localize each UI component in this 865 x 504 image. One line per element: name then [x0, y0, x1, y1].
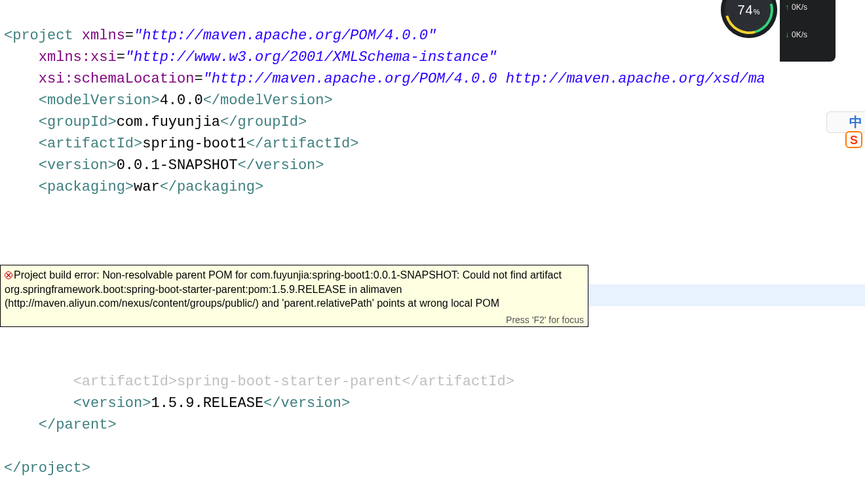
val-parent-version: 1.5.9.RELEASE: [151, 395, 263, 412]
val-version: 0.0.1-SNAPSHOT: [117, 157, 238, 174]
tooltip-hint: Press 'F2' for focus: [5, 315, 584, 325]
tag-artifactid: artifactId: [47, 136, 134, 152]
network-monitor-widget[interactable]: 74% ↑0K/s ↓0K/s: [721, 0, 836, 24]
val-artifactid: spring-boot1: [142, 136, 246, 152]
tag-modelversion: modelVersion: [47, 92, 151, 109]
attr-xmlns: xmlns: [82, 28, 125, 44]
upload-icon: ↑: [785, 3, 789, 12]
tag-groupid: groupId: [47, 114, 107, 130]
tag-version: version: [47, 157, 107, 174]
error-message: Project build error: Non-resolvable pare…: [5, 268, 584, 311]
tag-packaging: packaging: [47, 179, 125, 195]
attr-schema-location: xsi:schemaLocation: [39, 71, 195, 87]
equals: =: [125, 28, 134, 44]
tag-project-close: project: [21, 460, 81, 476]
val-xmlns-xsi: "http://www.w3.org/2001/XMLSchema-instan…: [125, 49, 497, 66]
sogou-logo-icon: S: [830, 114, 847, 131]
error-tooltip[interactable]: Project build error: Non-resolvable pare…: [0, 265, 588, 327]
tag-open-bracket: <: [4, 28, 12, 44]
download-speed: 0K/s: [792, 30, 807, 39]
val-modelversion: 4.0.0: [160, 92, 203, 109]
download-icon: ↓: [785, 30, 789, 39]
ime-language: 中: [849, 113, 862, 131]
error-icon: [5, 271, 12, 279]
ime-indicator[interactable]: S 中: [826, 111, 865, 133]
attr-xmlns-xsi: xmlns:xsi: [39, 49, 117, 66]
svg-text:S: S: [850, 134, 858, 147]
val-packaging: war: [134, 179, 160, 195]
net-speed-panel: ↑0K/s ↓0K/s: [780, 0, 836, 62]
val-groupid: com.fuyunjia: [117, 114, 220, 130]
obscured-line: <artifactId>: [73, 374, 177, 390]
val-xmlns: "http://maven.apache.org/POM/4.0.0": [134, 28, 436, 44]
error-message-text: Project build error: Non-resolvable pare…: [5, 269, 562, 309]
code-editor[interactable]: <project xmlns="http://maven.apache.org/…: [0, 0, 865, 504]
tag-project: project: [12, 28, 73, 44]
upload-speed: 0K/s: [792, 3, 807, 12]
tag-parent-version: version: [82, 395, 142, 412]
tag-parent-close: parent: [56, 417, 107, 433]
val-schema-location: "http://maven.apache.org/POM/4.0.0 http:…: [203, 71, 765, 87]
